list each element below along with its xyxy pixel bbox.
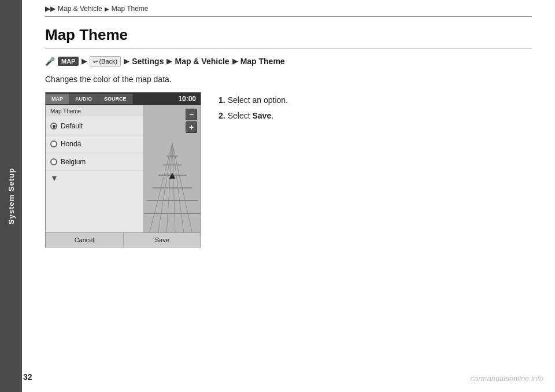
radio-belgium: [50, 158, 57, 165]
step1-num: 1.: [219, 94, 225, 106]
breadcrumb-arrows: ▶▶: [45, 5, 56, 13]
step2-bold: Save: [253, 111, 272, 120]
screenshot-tabs: MAP AUDIO SOURCE: [46, 94, 178, 104]
list-item-default[interactable]: Default: [46, 117, 143, 135]
description: Changes the color of the map data.: [45, 75, 532, 84]
nav-instruction: 🎤 MAP ▶ ↩ (Back) ▶ Settings ▶ Map & Vehi…: [45, 56, 532, 66]
nav-map-vehicle: Map & Vehicle: [175, 57, 229, 66]
content-area: MAP AUDIO SOURCE 10:00 Map Theme Default: [45, 92, 532, 247]
nav-settings: Settings: [132, 57, 164, 66]
sidebar: System Setup: [0, 0, 22, 392]
screenshot-topbar: MAP AUDIO SOURCE 10:00: [46, 93, 201, 105]
nav-map-theme: Map Theme: [240, 57, 285, 66]
step2-text: Select Save.: [228, 110, 532, 122]
cancel-btn[interactable]: Cancel: [46, 233, 124, 247]
nav-arrow1: ▶: [82, 57, 87, 65]
vehicle-icon: ▲: [167, 169, 177, 182]
page-number: 32: [23, 372, 32, 382]
screenshot-options-list: Default Honda Belgium: [46, 117, 143, 171]
scroll-down-arrow[interactable]: ▼: [46, 171, 143, 185]
option-default-label: Default: [61, 122, 83, 130]
zoom-out-btn[interactable]: −: [186, 109, 197, 120]
radio-default: [50, 123, 57, 130]
back-icon: ↩: [93, 58, 98, 65]
screenshot-map-preview: − + ▲: [144, 105, 201, 232]
mic-icon: 🎤: [45, 57, 55, 66]
radio-honda: [50, 140, 57, 147]
screenshot-footer: Cancel Save: [46, 232, 201, 247]
screenshot-section-title: Map Theme: [46, 105, 143, 117]
option-honda-label: Honda: [61, 140, 81, 148]
nav-arrow2: ▶: [124, 57, 129, 65]
tab-source[interactable]: SOURCE: [98, 94, 133, 104]
back-label: (Back): [99, 58, 117, 65]
step-1: 1. Select an option.: [219, 94, 532, 106]
step1-text: Select an option.: [228, 94, 532, 106]
screenshot-list-panel: Map Theme Default Honda Belgium: [46, 105, 144, 232]
step-2: 2. Select Save.: [219, 110, 532, 122]
breadcrumb: ▶▶ Map & Vehicle ▶ Map Theme: [45, 0, 532, 17]
breadcrumb-item1: Map & Vehicle: [58, 5, 102, 13]
option-belgium-label: Belgium: [61, 158, 86, 166]
save-btn[interactable]: Save: [124, 233, 201, 247]
steps: 1. Select an option. 2. Select Save.: [219, 92, 532, 125]
breadcrumb-arrow2: ▶: [105, 6, 109, 12]
main-content: ▶▶ Map & Vehicle ▶ Map Theme Map Theme 🎤…: [22, 0, 555, 392]
list-item-honda[interactable]: Honda: [46, 135, 143, 153]
screenshot-body: Map Theme Default Honda Belgium: [46, 105, 201, 232]
watermark: carmanualsonline.info: [471, 374, 543, 383]
map-button[interactable]: MAP: [58, 57, 79, 66]
tab-map[interactable]: MAP: [46, 94, 69, 104]
nav-arrow4: ▶: [232, 57, 238, 65]
nav-arrow3: ▶: [166, 57, 172, 65]
breadcrumb-item2: Map Theme: [112, 5, 149, 13]
list-item-belgium[interactable]: Belgium: [46, 153, 143, 171]
tab-audio[interactable]: AUDIO: [69, 94, 98, 104]
screenshot-time: 10:00: [178, 95, 201, 103]
screenshot-mockup: MAP AUDIO SOURCE 10:00 Map Theme Default: [45, 92, 201, 247]
back-button[interactable]: ↩ (Back): [90, 56, 121, 66]
sidebar-label: System Setup: [7, 168, 16, 224]
page-title: Map Theme: [45, 26, 532, 49]
zoom-in-btn[interactable]: +: [186, 121, 197, 133]
map-controls: − +: [186, 109, 197, 133]
step2-num: 2.: [219, 110, 225, 122]
